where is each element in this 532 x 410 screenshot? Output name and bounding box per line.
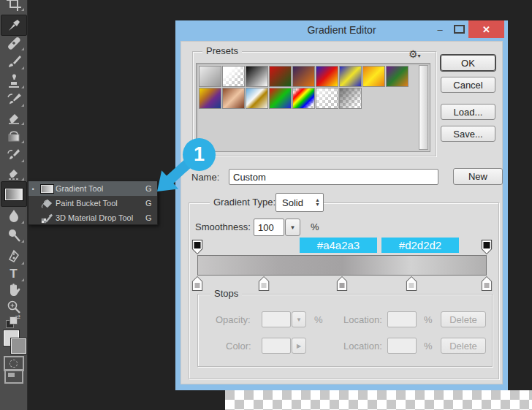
- pen-tool-icon[interactable]: [0, 248, 27, 266]
- eraser-tool-icon[interactable]: [0, 109, 27, 126]
- presets-scrollbar[interactable]: [419, 65, 428, 150]
- gradient-type-select[interactable]: Solid ▲▼: [276, 193, 324, 212]
- dialog-titlebar[interactable]: Gradient Editor – ✕: [175, 20, 508, 41]
- location-bottom-percent: %: [424, 341, 433, 352]
- color-field-label: Color:: [226, 341, 251, 352]
- paint-bucket-tool-icon[interactable]: [0, 127, 27, 145]
- smoothness-label: Smoothness:: [195, 221, 251, 232]
- preset-thumbnail-blue-yellow-blue[interactable]: [339, 66, 362, 87]
- save-button[interactable]: Save...: [441, 126, 495, 142]
- preset-thumbnail-transparent-stripes[interactable]: [316, 88, 338, 109]
- dialog-content: Presets ⚙▾: [180, 41, 503, 384]
- gear-dropdown-arrow: ▾: [418, 53, 421, 59]
- close-button[interactable]: ✕: [468, 20, 504, 38]
- color-stop-23[interactable]: [259, 276, 270, 291]
- new-button[interactable]: New: [453, 168, 503, 185]
- location-top-input: [387, 311, 417, 327]
- art-history-brush-tool-icon[interactable]: [0, 146, 27, 164]
- opacity-dropdown-button: ▼: [292, 311, 306, 327]
- spot-healing-brush-tool-icon[interactable]: [0, 34, 27, 52]
- maximize-icon: [454, 25, 465, 34]
- preset-thumbnail-purple-green-orange[interactable]: [386, 66, 408, 87]
- eyedropper-icon: [6, 18, 22, 34]
- clone-stamp-tool-icon[interactable]: [0, 72, 27, 90]
- cancel-button[interactable]: Cancel: [441, 77, 495, 93]
- preset-thumbnail-chrome[interactable]: [246, 88, 268, 109]
- opacity-field-label: Opacity:: [216, 314, 251, 325]
- flyout-item-3d-material-drop-tool[interactable]: 3D Material Drop Tool G: [28, 210, 157, 225]
- preset-thumbnail-transparent-rainbow[interactable]: [292, 88, 315, 109]
- preset-thumbnail-yellow-violet-orange-blue[interactable]: [199, 88, 221, 109]
- delete-color-stop-button: Delete: [441, 338, 486, 354]
- color-callout-a4a2a3: #a4a2a3: [300, 238, 377, 253]
- presets-label: Presets: [202, 45, 242, 57]
- color-callout-d2d2d2: #d2d2d2: [381, 238, 459, 253]
- background-color-swatch: [10, 338, 27, 354]
- color-stop-74[interactable]: [406, 276, 417, 291]
- brush-tool-icon[interactable]: [0, 53, 27, 71]
- gradient-preview-bar[interactable]: [197, 255, 487, 276]
- preset-thumbnail-violet-orange[interactable]: [292, 66, 315, 87]
- history-brush-tool-icon[interactable]: [0, 91, 27, 108]
- color-stop-0[interactable]: [192, 276, 203, 291]
- stops-label: Stops: [210, 288, 242, 300]
- step-number-badge: 1: [183, 138, 216, 171]
- screen-mode-icon[interactable]: [0, 368, 27, 385]
- maximize-button[interactable]: [449, 20, 468, 38]
- selected-bullet: ▪: [28, 186, 38, 192]
- stops-groupbox: [197, 294, 493, 367]
- gradient-tool-icon: [4, 188, 23, 201]
- smoothness-input[interactable]: [254, 219, 284, 236]
- preset-thumbnail-orange-yellow-orange[interactable]: [362, 66, 385, 87]
- color-stop-100[interactable]: [482, 276, 493, 291]
- tool-palette: T ⇄: [0, 0, 28, 410]
- location-top-label: Location:: [343, 314, 382, 325]
- opacity-percent: %: [314, 314, 323, 325]
- opacity-combo: ▼: [262, 311, 306, 327]
- load-button[interactable]: Load...: [441, 104, 495, 120]
- smoothness-control: ▼: [254, 219, 300, 236]
- dodge-tool-icon[interactable]: [0, 227, 27, 244]
- opacity-input: [262, 311, 291, 327]
- preset-thumbnail-blue-red-yellow[interactable]: [316, 66, 338, 87]
- preset-thumbnail-spectrum[interactable]: [269, 88, 292, 109]
- preset-thumbnail-red-green[interactable]: [269, 66, 292, 87]
- color-dropdown-button: ▶: [292, 338, 306, 354]
- smoothness-dropdown-button[interactable]: ▼: [285, 219, 300, 236]
- close-icon: ✕: [482, 24, 490, 35]
- foreground-background-swatches[interactable]: [0, 327, 27, 356]
- gradient-tool-mini-icon: [38, 184, 56, 194]
- crop-tool-icon[interactable]: [0, 0, 27, 12]
- preset-thumbnail-copper[interactable]: [222, 88, 245, 109]
- flyout-item-gradient-tool[interactable]: ▪ Gradient Tool G: [28, 181, 157, 196]
- gradient-editor-dialog: Gradient Editor – ✕ Presets ⚙▾: [175, 20, 508, 390]
- opacity-stop-right[interactable]: [482, 240, 493, 254]
- hand-tool-icon[interactable]: [0, 281, 27, 298]
- minimize-button[interactable]: –: [430, 20, 449, 38]
- paint-bucket-mini-icon: [38, 197, 56, 209]
- smoothness-percent: %: [311, 221, 319, 232]
- presets-menu-gear-icon[interactable]: ⚙▾: [408, 49, 421, 61]
- material-drop-mini-icon: [38, 212, 56, 224]
- preset-thumbnail-foreground-to-transparent[interactable]: [222, 66, 245, 87]
- delete-opacity-stop-button: Delete: [441, 311, 486, 327]
- spinner-arrows-icon: ▲▼: [312, 198, 323, 207]
- gradient-tool-selected-box[interactable]: [1, 181, 27, 207]
- color-stop-50[interactable]: [337, 276, 348, 291]
- gradient-tool-flyout-menu: ▪ Gradient Tool G Paint Bucket Tool G 3D…: [28, 181, 158, 225]
- color-swatch: [262, 338, 291, 354]
- name-input[interactable]: [229, 169, 438, 185]
- opacity-stop-left[interactable]: [192, 240, 203, 254]
- preset-thumbnail-neutral-density[interactable]: [339, 88, 362, 109]
- background-eraser-tool-icon[interactable]: [0, 164, 27, 182]
- location-bottom-input: [387, 338, 417, 354]
- transparency-checkerboard: [225, 390, 532, 410]
- location-top-percent: %: [424, 314, 433, 325]
- flyout-item-paint-bucket-tool[interactable]: Paint Bucket Tool G: [28, 196, 157, 210]
- location-bottom-label: Location:: [343, 341, 382, 352]
- ok-button[interactable]: OK: [441, 55, 495, 71]
- eyedropper-tool-selected-box[interactable]: [1, 15, 27, 36]
- preset-thumbnail-black-white[interactable]: [246, 66, 268, 87]
- blur-tool-icon[interactable]: [0, 208, 27, 225]
- preset-thumbnail-foreground-to-background[interactable]: [199, 66, 221, 87]
